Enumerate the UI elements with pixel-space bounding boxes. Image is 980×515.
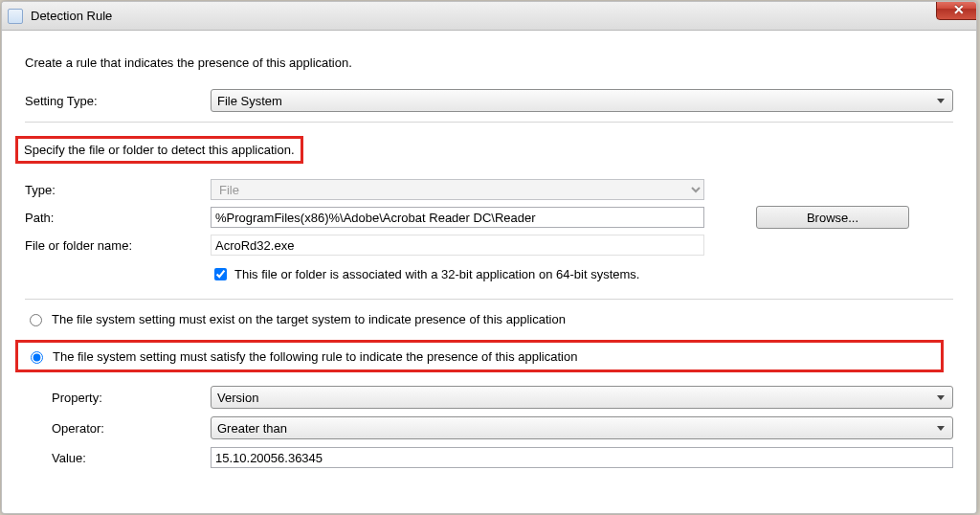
section-heading-wrapper: Specify the file or folder to detect thi… bbox=[25, 136, 953, 164]
browse-button[interactable]: Browse... bbox=[756, 206, 909, 229]
radio-satisfy-row: The file system setting must satisfy the… bbox=[25, 340, 953, 372]
path-input[interactable] bbox=[211, 207, 704, 228]
type-select: File bbox=[211, 179, 704, 200]
detection-rule-window: Detection Rule ✕ Create a rule that indi… bbox=[1, 1, 977, 514]
operator-label: Operator: bbox=[52, 421, 211, 436]
window-title: Detection Rule bbox=[31, 9, 112, 23]
close-icon: ✕ bbox=[953, 2, 965, 17]
assoc32-label: This file or folder is associated with a… bbox=[234, 267, 639, 281]
setting-type-row: Setting Type: File System bbox=[25, 89, 953, 112]
property-label: Property: bbox=[52, 391, 211, 405]
radio-exists-label: The file system setting must exist on th… bbox=[52, 312, 566, 326]
specify-heading: Specify the file or folder to detect thi… bbox=[15, 136, 303, 164]
filename-row: File or folder name: bbox=[25, 235, 953, 256]
property-value: Version bbox=[217, 391, 258, 405]
type-label: Type: bbox=[25, 183, 211, 197]
property-row: Property: Version bbox=[52, 386, 953, 409]
rule-sub-rows: Property: Version Operator: Greater than… bbox=[52, 386, 953, 468]
filename-input[interactable] bbox=[211, 235, 704, 256]
app-icon bbox=[8, 9, 23, 24]
operator-value: Greater than bbox=[217, 421, 287, 436]
setting-type-label: Setting Type: bbox=[25, 94, 211, 108]
property-select[interactable]: Version bbox=[211, 386, 953, 409]
path-label: Path: bbox=[25, 211, 211, 225]
radio-exists-row: The file system setting must exist on th… bbox=[25, 311, 953, 326]
filename-label: File or folder name: bbox=[25, 238, 211, 253]
operator-select[interactable]: Greater than bbox=[211, 416, 953, 439]
separator-1 bbox=[25, 122, 953, 123]
value-label: Value: bbox=[52, 451, 211, 465]
assoc32-checkbox[interactable] bbox=[214, 268, 227, 280]
radio-satisfy-highlight: The file system setting must satisfy the… bbox=[15, 340, 944, 372]
titlebar[interactable]: Detection Rule ✕ bbox=[2, 2, 976, 31]
separator-2 bbox=[25, 299, 953, 300]
radio-satisfy[interactable] bbox=[31, 351, 43, 364]
radio-exists[interactable] bbox=[30, 314, 42, 326]
type-row: Type: File bbox=[25, 179, 953, 200]
value-input[interactable] bbox=[211, 447, 953, 468]
operator-row: Operator: Greater than bbox=[52, 416, 953, 439]
path-row: Path: Browse... bbox=[25, 206, 953, 229]
close-button[interactable]: ✕ bbox=[936, 1, 977, 20]
radio-satisfy-label: The file system setting must satisfy the… bbox=[53, 349, 577, 364]
setting-type-select[interactable]: File System bbox=[211, 89, 953, 112]
assoc32-row: This file or folder is associated with a… bbox=[211, 265, 953, 283]
value-row: Value: bbox=[52, 447, 953, 468]
content-area: Create a rule that indicates the presenc… bbox=[2, 31, 976, 468]
intro-text: Create a rule that indicates the presenc… bbox=[25, 56, 953, 70]
setting-type-value: File System bbox=[217, 94, 282, 108]
